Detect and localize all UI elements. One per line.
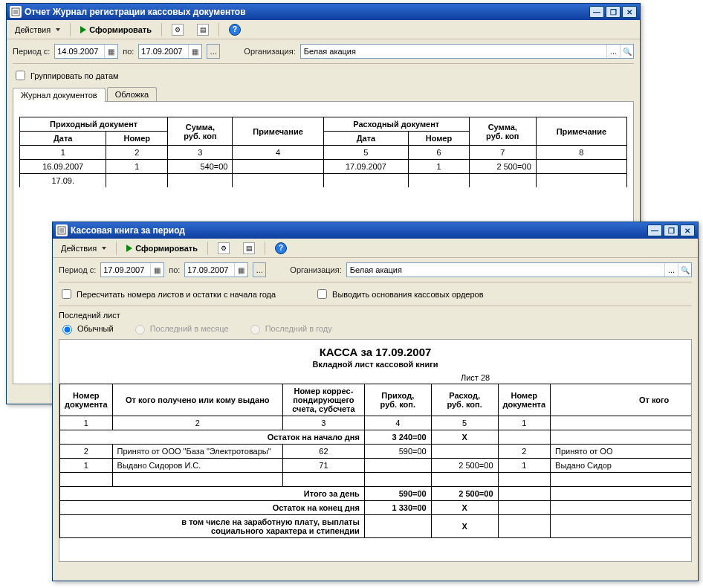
org-field[interactable]: … 🔍 xyxy=(346,262,692,277)
table-row: 2 Принято от ООО "База "Электротовары" 6… xyxy=(60,445,693,459)
calendar-icon[interactable]: ▦ xyxy=(150,263,163,277)
close-button[interactable]: ✕ xyxy=(680,224,695,236)
th-corr: Номер коррес- пондирующего счета, субсче… xyxy=(282,384,364,416)
tool-button-1[interactable]: ⚙ xyxy=(213,240,235,256)
org-field[interactable]: … 🔍 xyxy=(300,44,634,59)
minimize-button[interactable]: — xyxy=(589,6,604,18)
th-who: От кого получено или кому выдано xyxy=(112,384,282,416)
org-search-button[interactable]: 🔍 xyxy=(620,45,633,58)
org-label: Организация: xyxy=(244,47,295,56)
kassa-header: КАССА за 17.09.2007 Вкладной лист кассов… xyxy=(59,340,691,372)
tool-button-1[interactable]: ⚙ xyxy=(166,22,189,38)
minimize-button[interactable]: — xyxy=(647,224,662,236)
sheet-number: Лист 28 xyxy=(59,372,691,384)
show-basis-label: Выводить основания кассовых ордеров xyxy=(332,290,483,299)
report-window-2: Кассовая книга за период — ❐ ✕ Действия … xyxy=(52,222,699,581)
group-by-dates-label: Группировать по датам xyxy=(30,71,119,80)
calendar-icon[interactable]: ▦ xyxy=(188,45,201,58)
window-title-2: Кассовая книга за период xyxy=(71,225,185,236)
period-to-input[interactable] xyxy=(185,263,234,277)
play-icon xyxy=(126,245,132,252)
tab-cover[interactable]: Обложка xyxy=(107,87,157,101)
calendar-icon[interactable]: ▦ xyxy=(104,45,117,58)
period-to-label: по: xyxy=(123,47,134,56)
th-doc-num: Номер документа xyxy=(60,384,113,416)
th-date-2: Дата xyxy=(323,132,409,146)
th-who-2: От кого xyxy=(551,384,692,416)
org-input[interactable] xyxy=(347,263,664,277)
tool-button-2[interactable]: ▤ xyxy=(238,240,260,256)
period-from-label: Период с: xyxy=(59,265,96,274)
form-button[interactable]: Сформировать xyxy=(75,23,157,36)
report-area-2[interactable]: КАССА за 17.09.2007 Вкладной лист кассов… xyxy=(59,339,692,562)
table-row: 1 Выдано Сидоров И.С. 71 2 500=00 1 Выда… xyxy=(60,459,693,473)
radio-normal[interactable]: Обычный xyxy=(59,323,114,335)
group-by-dates-input[interactable] xyxy=(16,71,25,80)
recalc-label: Пересчитать номера листов и остатки с на… xyxy=(77,290,276,299)
recalc-checkbox[interactable]: Пересчитать номера листов и остатки с на… xyxy=(59,287,276,301)
tabs-1: Журнал документов Обложка xyxy=(13,87,634,102)
titlebar-2[interactable]: Кассовая книга за период — ❐ ✕ xyxy=(53,222,698,239)
period-to-input[interactable] xyxy=(139,45,188,58)
maximize-button[interactable]: ❐ xyxy=(606,6,621,18)
org-label: Организация: xyxy=(290,265,341,274)
gear-icon: ⚙ xyxy=(172,24,184,36)
org-search-button[interactable]: 🔍 xyxy=(678,263,691,277)
kassa-table: Номер документа От кого получено или ком… xyxy=(59,384,692,538)
recalc-input[interactable] xyxy=(62,289,71,299)
org-select-button[interactable]: … xyxy=(664,263,678,277)
group-by-dates-checkbox[interactable]: Группировать по датам xyxy=(13,68,119,83)
th-out: Расход, руб. коп. xyxy=(431,384,498,416)
period-from-input[interactable] xyxy=(55,45,104,58)
form-label: Сформировать xyxy=(89,25,152,34)
period-picker-button[interactable]: … xyxy=(253,262,266,277)
window-title-1: Отчет Журнал регистрации кассовых докуме… xyxy=(25,7,246,17)
tool-button-2[interactable]: ▤ xyxy=(192,22,214,38)
page-icon: ▤ xyxy=(243,242,255,254)
period-from-label: Период с: xyxy=(13,47,50,56)
th-in: Приход, руб. коп. xyxy=(364,384,431,416)
actions-menu[interactable]: Действия xyxy=(56,242,111,255)
radio-year[interactable]: Последний в году xyxy=(247,323,332,335)
actions-menu[interactable]: Действия xyxy=(10,23,65,36)
help-button[interactable]: ? xyxy=(270,240,292,256)
show-basis-checkbox[interactable]: Выводить основания кассовых ордеров xyxy=(314,287,483,301)
period-from-input[interactable] xyxy=(101,263,150,277)
th-sum-1: Сумма, руб. коп xyxy=(168,117,233,146)
show-basis-input[interactable] xyxy=(317,289,327,299)
th-in-doc: Приходный документ xyxy=(20,117,168,132)
page-icon: ▤ xyxy=(197,24,209,36)
journal-table: Приходный документ Сумма, руб. коп Приме… xyxy=(19,117,627,187)
period-to-field[interactable]: ▦ xyxy=(184,262,248,277)
radio-month[interactable]: Последний в месяце xyxy=(132,323,229,335)
org-input[interactable] xyxy=(301,45,606,58)
tab-journal[interactable]: Журнал документов xyxy=(13,88,106,102)
kassa-sub: Вкладной лист кассовой книги xyxy=(59,360,691,369)
th-out-doc: Расходный документ xyxy=(323,117,469,132)
th-note-2: Примечание xyxy=(536,117,626,146)
toolbar-2: Действия Сформировать ⚙ ▤ ? xyxy=(53,239,698,258)
gear-icon: ⚙ xyxy=(218,242,230,254)
titlebar-1[interactable]: Отчет Журнал регистрации кассовых докуме… xyxy=(7,4,640,20)
period-from-field[interactable]: ▦ xyxy=(54,44,118,59)
th-sum-2: Сумма, руб. коп xyxy=(469,117,536,146)
period-picker-button[interactable]: … xyxy=(207,44,220,59)
calendar-icon[interactable]: ▦ xyxy=(234,263,247,277)
th-doc-num-2: Номер документа xyxy=(498,384,551,416)
report-icon xyxy=(10,6,22,18)
content-area-2: Период с: ▦ по: ▦ … Организация: … 🔍 xyxy=(53,258,698,566)
close-button[interactable]: ✕ xyxy=(622,6,637,18)
org-select-button[interactable]: … xyxy=(606,45,620,58)
table-row: 17.09. xyxy=(20,174,627,188)
period-from-field[interactable]: ▦ xyxy=(100,262,164,277)
help-icon: ? xyxy=(275,242,287,254)
th-date-1: Дата xyxy=(20,132,106,146)
chevron-down-icon xyxy=(102,247,106,250)
start-balance-row: Остаток на начало дня 3 240=00 X xyxy=(60,430,693,445)
kassa-title: КАССА за 17.09.2007 xyxy=(59,346,691,358)
help-button[interactable]: ? xyxy=(224,22,246,38)
form-button[interactable]: Сформировать xyxy=(121,242,203,255)
maximize-button[interactable]: ❐ xyxy=(664,224,678,236)
period-to-field[interactable]: ▦ xyxy=(138,44,202,59)
actions-label: Действия xyxy=(15,25,51,34)
